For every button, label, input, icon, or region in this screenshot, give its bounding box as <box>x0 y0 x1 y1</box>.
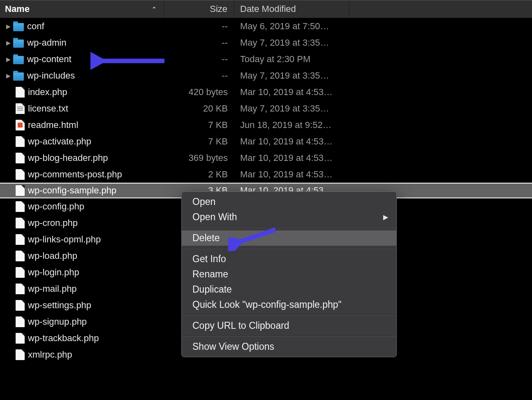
file-name-label: wp-content <box>27 54 72 65</box>
file-size-label: 20 KB <box>164 103 234 114</box>
column-header-date[interactable]: Date Modified <box>234 0 349 18</box>
menu-separator <box>182 248 396 249</box>
file-size-label: 7 KB <box>164 120 234 130</box>
submenu-arrow-icon: ▶ <box>383 213 388 221</box>
file-size-label: 369 bytes <box>164 153 234 163</box>
file-date-label: Mar 10, 2019 at 4:53… <box>234 87 358 98</box>
column-header-size-label: Size <box>210 4 227 14</box>
file-row[interactable]: ▶conf--May 6, 2019 at 7:50… <box>0 18 532 35</box>
file-name-cell: wp-activate.php <box>5 136 164 147</box>
file-icon <box>16 284 25 294</box>
file-row[interactable]: wp-blog-header.php369 bytesMar 10, 2019 … <box>0 150 532 166</box>
menu-item-get-info-label: Get Info <box>192 253 226 265</box>
file-name-label: wp-activate.php <box>28 136 91 147</box>
file-icon <box>16 185 25 196</box>
menu-item-open-label: Open <box>192 196 215 207</box>
column-header-date-label: Date Modified <box>240 4 296 14</box>
file-date-label: Mar 10, 2019 at 4:53… <box>234 169 358 180</box>
file-name-label: wp-cron.php <box>28 218 78 228</box>
file-icon <box>16 136 25 147</box>
html-file-icon <box>16 120 25 130</box>
file-name-cell: wp-settings.php <box>5 300 164 311</box>
menu-item-rename-label: Rename <box>192 269 228 280</box>
file-date-label: May 7, 2019 at 3:35… <box>234 70 358 81</box>
menu-item-copy-url[interactable]: Copy URL to Clipboard <box>182 318 396 333</box>
file-icon <box>16 316 25 327</box>
file-size-label: -- <box>164 54 234 65</box>
file-name-cell: wp-config-sample.php <box>5 185 164 196</box>
menu-item-show-view-options[interactable]: Show View Options <box>182 339 396 354</box>
menu-item-get-info[interactable]: Get Info <box>182 251 396 267</box>
disclosure-triangle-icon[interactable]: ▶ <box>5 72 12 79</box>
file-name-cell: ▶wp-content <box>5 54 164 65</box>
menu-item-rename[interactable]: Rename <box>182 267 396 282</box>
file-row[interactable]: ▶wp-content--Today at 2:30 PM <box>0 51 532 67</box>
column-header-name[interactable]: Name ⌃ <box>0 0 164 18</box>
file-icon <box>16 201 25 212</box>
disclosure-triangle-icon[interactable]: ▶ <box>5 23 12 30</box>
file-name-label: license.txt <box>28 103 68 114</box>
file-name-label: wp-comments-post.php <box>28 169 122 180</box>
file-date-label: Mar 10, 2019 at 4:53… <box>234 153 358 163</box>
file-row[interactable]: wp-comments-post.php2 KBMar 10, 2019 at … <box>0 166 532 183</box>
text-file-icon <box>16 103 25 114</box>
column-header-name-label: Name <box>5 4 30 14</box>
file-icon <box>16 153 25 163</box>
file-row[interactable]: wp-activate.php7 KBMar 10, 2019 at 4:53… <box>0 133 532 150</box>
disclosure-triangle-icon[interactable]: ▶ <box>5 40 12 46</box>
menu-item-delete[interactable]: Delete <box>182 230 396 246</box>
file-row[interactable]: index.php420 bytesMar 10, 2019 at 4:53… <box>0 84 532 100</box>
column-header-size[interactable]: Size <box>164 0 234 18</box>
file-icon <box>16 218 25 228</box>
file-name-cell: wp-cron.php <box>5 218 164 228</box>
menu-item-open[interactable]: Open <box>182 194 396 209</box>
menu-separator <box>182 227 396 228</box>
folder-icon <box>13 56 24 64</box>
file-date-label: May 7, 2019 at 3:35… <box>234 103 358 114</box>
file-icon <box>16 251 25 261</box>
file-row[interactable]: license.txt20 KBMay 7, 2019 at 3:35… <box>0 100 532 117</box>
menu-item-open-with-label: Open With <box>192 212 237 223</box>
file-name-cell: wp-links-opml.php <box>5 234 164 245</box>
file-name-label: wp-load.php <box>28 251 77 261</box>
file-date-label: Today at 2:30 PM <box>234 54 358 65</box>
file-name-cell: ▶wp-includes <box>5 70 164 81</box>
file-size-label: -- <box>164 37 234 48</box>
menu-item-delete-label: Delete <box>192 233 220 244</box>
file-name-cell: wp-signup.php <box>5 316 164 327</box>
file-name-cell: xmlrpc.php <box>5 349 164 360</box>
menu-item-quick-look[interactable]: Quick Look "wp-config-sample.php" <box>182 297 396 312</box>
context-menu: Open Open With ▶ Delete Get Info Rename … <box>181 191 397 357</box>
file-icon <box>16 300 25 311</box>
file-name-cell: ▶conf <box>5 21 164 32</box>
file-row[interactable]: ▶wp-includes--May 7, 2019 at 3:35… <box>0 67 532 84</box>
file-name-cell: license.txt <box>5 103 164 114</box>
file-name-label: readme.html <box>28 120 78 130</box>
file-name-cell: wp-config.php <box>5 201 164 212</box>
file-size-label: 7 KB <box>164 136 234 147</box>
file-name-label: wp-settings.php <box>28 300 91 311</box>
file-name-cell: wp-comments-post.php <box>5 169 164 180</box>
file-name-label: wp-links-opml.php <box>28 234 101 245</box>
folder-icon <box>13 72 24 81</box>
file-name-label: wp-includes <box>27 70 75 81</box>
file-date-label: May 7, 2019 at 3:35… <box>234 37 358 48</box>
file-icon <box>16 349 25 360</box>
column-header-row: Name ⌃ Size Date Modified <box>0 0 532 18</box>
folder-icon <box>13 40 24 48</box>
folder-icon <box>13 23 24 31</box>
menu-separator <box>182 315 396 316</box>
file-name-cell: wp-trackback.php <box>5 333 164 344</box>
menu-item-duplicate[interactable]: Duplicate <box>182 282 396 297</box>
file-row[interactable]: readme.html7 KBJun 18, 2019 at 9:52… <box>0 117 532 133</box>
file-date-label: May 6, 2019 at 7:50… <box>234 21 358 32</box>
file-name-label: wp-admin <box>27 37 66 48</box>
file-name-label: conf <box>27 21 44 32</box>
menu-item-open-with[interactable]: Open With ▶ <box>182 209 396 225</box>
menu-item-copy-url-label: Copy URL to Clipboard <box>192 320 289 331</box>
file-row[interactable]: ▶wp-admin--May 7, 2019 at 3:35… <box>0 35 532 51</box>
file-name-cell: index.php <box>5 87 164 98</box>
disclosure-triangle-icon[interactable]: ▶ <box>5 56 12 63</box>
file-icon <box>16 267 25 278</box>
file-icon <box>16 333 25 344</box>
